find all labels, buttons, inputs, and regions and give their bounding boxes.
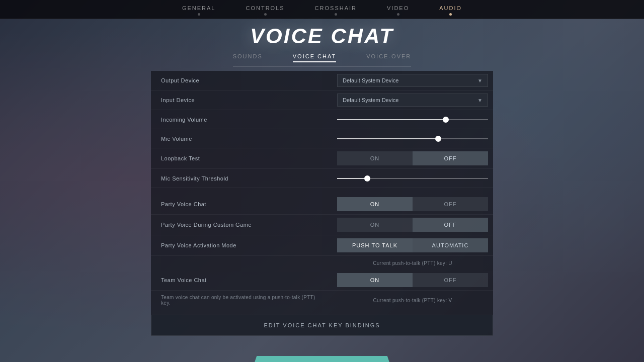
main-container: General Controls Crosshair Video Audio V… <box>0 0 644 362</box>
party-voice-chat-row: Party Voice Chat On Off <box>151 194 493 215</box>
loopback-test-label: Loopback Test <box>151 151 332 165</box>
mic-volume-fill <box>337 138 438 139</box>
team-voice-off-btn[interactable]: Off <box>413 273 488 287</box>
loopback-test-row: Loopback Test On Off <box>151 148 493 169</box>
team-voice-chat-label: Team Voice Chat <box>151 273 332 287</box>
mic-sensitivity-label: Mic Sensitivity Threshold <box>151 171 332 186</box>
incoming-volume-slider[interactable] <box>337 115 488 125</box>
incoming-volume-thumb <box>443 117 449 123</box>
nav-dot-audio <box>449 13 452 16</box>
nav-item-crosshair[interactable]: Crosshair <box>300 0 372 19</box>
edit-bindings-button[interactable]: EDIT VOICE CHAT KEY BINDINGS <box>151 315 493 336</box>
mic-volume-control <box>332 131 493 147</box>
incoming-volume-track <box>337 119 488 120</box>
nav-item-video[interactable]: Video <box>372 0 424 19</box>
team-voice-note-row: Team voice chat can only be activated us… <box>151 291 493 310</box>
tab-voice-over[interactable]: Voice-Over <box>366 53 411 62</box>
loopback-test-toggle: On Off <box>337 151 488 165</box>
party-ptt-info-row: Current push-to-talk (PTT) key: U <box>151 256 493 270</box>
party-voice-chat-label: Party Voice Chat <box>151 197 332 211</box>
mic-volume-track <box>337 138 488 139</box>
mic-sensitivity-fill <box>337 178 367 179</box>
party-automatic-btn[interactable]: Automatic <box>413 238 488 252</box>
party-voice-activation-control: Push to Talk Automatic <box>332 235 493 255</box>
output-device-row: Output Device Default System Device ▼ <box>151 71 493 90</box>
tab-voice-chat[interactable]: Voice Chat <box>293 53 336 62</box>
mic-sensitivity-control <box>332 170 493 187</box>
party-voice-custom-row: Party Voice During Custom Game On Off <box>151 215 493 235</box>
incoming-volume-row: Incoming Volume <box>151 110 493 129</box>
party-voice-custom-off-btn[interactable]: Off <box>413 218 488 232</box>
party-voice-activation-toggle: Push to Talk Automatic <box>337 238 488 252</box>
input-device-dropdown[interactable]: Default System Device ▼ <box>337 94 488 107</box>
output-device-control: Default System Device ▼ <box>332 71 493 90</box>
loopback-on-btn[interactable]: On <box>337 151 413 165</box>
page-title-area: Voice ChAT <box>250 24 394 48</box>
team-voice-note-text: Team voice chat can only be activated us… <box>151 293 332 308</box>
nav-items: General Controls Crosshair Video Audio <box>167 0 477 19</box>
incoming-volume-control <box>332 112 493 128</box>
loopback-off-btn[interactable]: Off <box>413 151 488 165</box>
input-device-row: Input Device Default System Device ▼ <box>151 90 493 110</box>
nav-item-audio[interactable]: Audio <box>424 0 477 19</box>
party-ptt-left-spacer <box>151 261 332 265</box>
settings-panel: Output Device Default System Device ▼ In… <box>151 71 493 336</box>
sub-tabs: Sounds Voice Chat Voice-Over <box>233 53 412 67</box>
incoming-volume-fill <box>337 119 446 120</box>
nav-item-general[interactable]: General <box>167 0 231 19</box>
party-ptt-key-text: Current push-to-talk (PTT) key: U <box>332 260 493 266</box>
incoming-volume-label: Incoming Volume <box>151 113 332 127</box>
nav-dot-crosshair <box>335 13 337 16</box>
nav-dot-video <box>397 13 399 16</box>
mic-sensitivity-row: Mic Sensitivity Threshold <box>151 169 493 188</box>
party-push-to-talk-btn[interactable]: Push to Talk <box>337 238 413 252</box>
team-voice-chat-toggle: On Off <box>337 273 488 287</box>
nav-dot-general <box>198 13 200 16</box>
loopback-test-control: On Off <box>332 148 493 168</box>
close-settings-button[interactable]: CLOSE SETTINGS <box>253 356 391 362</box>
output-device-arrow: ▼ <box>477 78 482 83</box>
mic-volume-row: Mic Volume <box>151 129 493 148</box>
party-voice-activation-label: Party Voice Activation Mode <box>151 238 332 252</box>
nav-dot-controls <box>264 13 267 16</box>
mic-volume-slider[interactable] <box>337 134 488 144</box>
team-voice-chat-control: On Off <box>332 270 493 290</box>
mic-sensitivity-track <box>337 178 488 179</box>
party-voice-custom-control: On Off <box>332 215 493 235</box>
output-device-dropdown[interactable]: Default System Device ▼ <box>337 74 488 87</box>
party-voice-chat-control: On Off <box>332 194 493 214</box>
input-device-control: Default System Device ▼ <box>332 90 493 110</box>
party-voice-custom-label: Party Voice During Custom Game <box>151 218 332 232</box>
input-device-arrow: ▼ <box>477 98 482 103</box>
mic-sensitivity-slider[interactable] <box>337 173 488 184</box>
mic-sensitivity-thumb <box>364 175 370 182</box>
mic-volume-label: Mic Volume <box>151 132 332 146</box>
page-title: Voice ChAT <box>250 24 394 48</box>
spacer-1 <box>151 188 493 194</box>
party-voice-chat-on-btn[interactable]: On <box>337 197 413 211</box>
team-voice-chat-row: Team Voice Chat On Off <box>151 270 493 291</box>
team-ptt-key-text: Current push-to-talk (PTT) key: V <box>332 298 493 303</box>
party-voice-custom-on-btn[interactable]: On <box>337 218 413 232</box>
party-voice-custom-toggle: On Off <box>337 218 488 232</box>
party-voice-activation-row: Party Voice Activation Mode Push to Talk… <box>151 235 493 256</box>
nav-item-controls[interactable]: Controls <box>230 0 299 19</box>
team-voice-on-btn[interactable]: On <box>337 273 413 287</box>
mic-volume-thumb <box>435 136 441 142</box>
party-voice-chat-off-btn[interactable]: Off <box>413 197 488 211</box>
input-device-label: Input Device <box>151 93 332 107</box>
top-nav: General Controls Crosshair Video Audio <box>0 0 644 19</box>
party-voice-chat-toggle: On Off <box>337 197 488 211</box>
output-device-label: Output Device <box>151 73 332 87</box>
tab-sounds[interactable]: Sounds <box>233 53 263 62</box>
